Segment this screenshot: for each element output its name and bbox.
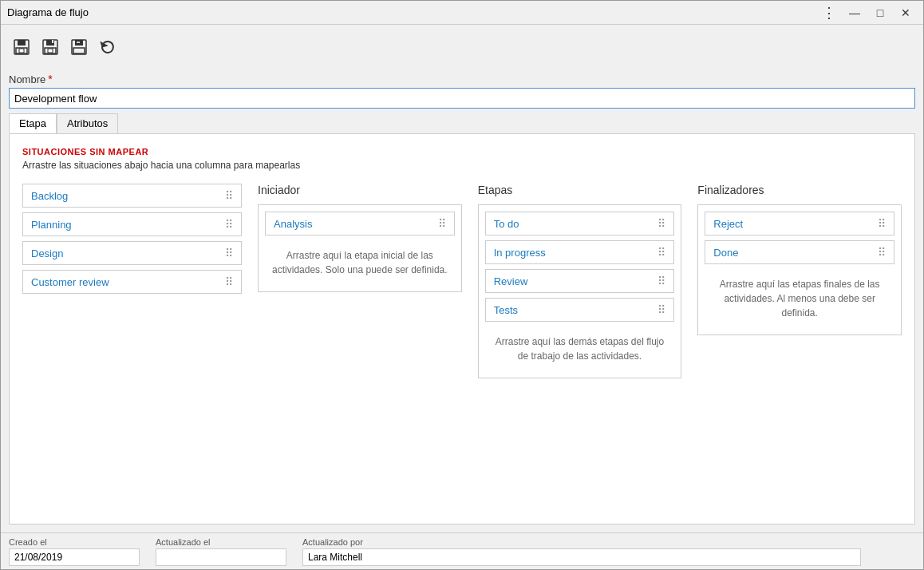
list-item[interactable]: To do ⠿ (485, 212, 675, 236)
list-item[interactable]: Design ⠿ (22, 241, 242, 265)
stage-label: Reject (713, 218, 743, 230)
columns-area: Backlog ⠿Planning ⠿Design ⠿Customer revi… (22, 184, 902, 378)
stages-header: Etapas (478, 184, 682, 196)
finalizers-drop-area[interactable]: Reject ⠿Done ⠿Arrastre aquí las etapas f… (697, 204, 902, 335)
stages-drop-hint: Arrastre aquí las demás etapas del flujo… (485, 327, 675, 371)
stage-label: To do (494, 218, 519, 230)
initiator-header: Iniciador (258, 184, 462, 196)
svg-rect-3 (19, 49, 24, 53)
nombre-input[interactable] (9, 88, 915, 109)
main-content: SITUACIONES SIN MAPEAR Arrastre las situ… (9, 133, 915, 524)
bottom-bar: Creado el Actualizado el Actualizado por (1, 532, 923, 569)
tab-atributos[interactable]: Atributos (57, 113, 118, 133)
menu-button[interactable]: ⋮ (818, 2, 840, 24)
svg-rect-1 (18, 40, 26, 46)
tab-bar: Etapa Atributos (1, 113, 923, 133)
save-button-1[interactable] (9, 34, 34, 60)
drag-handle-icon[interactable]: ⠿ (225, 275, 233, 288)
export-button[interactable] (66, 34, 92, 60)
list-item[interactable]: In progress ⠿ (485, 240, 675, 264)
unmapped-title: SITUACIONES SIN MAPEAR (22, 147, 902, 156)
drag-handle-icon[interactable]: ⠿ (657, 217, 665, 230)
finalizers-drop-hint: Arrastre aquí las etapas finales de las … (705, 269, 894, 328)
updated-field: Actualizado el (156, 537, 286, 566)
initiator-drop-hint: Arrastre aquí la etapa inicial de las ac… (265, 240, 455, 285)
stages-column: Etapas To do ⠿In progress ⠿Review ⠿Tests… (478, 184, 682, 378)
tab-etapa[interactable]: Etapa (9, 113, 57, 133)
list-item[interactable]: Reject ⠿ (705, 212, 894, 236)
finalizers-header: Finalizadores (697, 184, 902, 196)
drag-handle-icon[interactable]: ⠿ (878, 217, 886, 230)
drag-handle-icon[interactable]: ⠿ (225, 189, 233, 202)
initiator-drop-area[interactable]: Analysis ⠿Arrastre aquí la etapa inicial… (258, 204, 462, 292)
drag-handle-icon[interactable]: ⠿ (657, 303, 665, 316)
unmapped-items-list: Backlog ⠿Planning ⠿Design ⠿Customer revi… (22, 184, 242, 294)
drag-handle-icon[interactable]: ⠿ (657, 275, 665, 287)
updated-label: Actualizado el (156, 537, 286, 547)
initiator-column: Iniciador Analysis ⠿Arrastre aquí la eta… (258, 184, 462, 378)
stage-label: Planning (31, 219, 72, 231)
nombre-label: Nombre * (9, 73, 915, 85)
drag-handle-icon[interactable]: ⠿ (225, 218, 233, 231)
stage-label: Tests (494, 304, 518, 316)
unmapped-description: Arrastre las situaciones abajo hacia una… (22, 160, 902, 171)
svg-rect-7 (48, 49, 53, 53)
stage-label: In progress (494, 247, 546, 259)
maximize-button[interactable]: □ (869, 2, 891, 24)
close-button[interactable]: ✕ (894, 2, 917, 24)
unmapped-section: SITUACIONES SIN MAPEAR Arrastre las situ… (22, 147, 902, 171)
title-bar: Diagrama de flujo ⋮ — □ ✕ (1, 1, 923, 25)
stage-label: Backlog (31, 190, 68, 202)
nombre-section: Nombre * (1, 69, 923, 113)
drag-handle-icon[interactable]: ⠿ (878, 246, 886, 259)
stage-label: Analysis (274, 218, 312, 230)
stages-drop-area[interactable]: To do ⠿In progress ⠿Review ⠿Tests ⠿Arras… (478, 204, 682, 378)
updated-by-field: Actualizado por (302, 537, 861, 566)
updated-by-label: Actualizado por (302, 537, 861, 547)
window-title: Diagrama de flujo (7, 6, 818, 18)
drag-handle-icon[interactable]: ⠿ (438, 217, 446, 230)
save-button-2[interactable] (38, 34, 63, 60)
list-item[interactable]: Backlog ⠿ (22, 184, 242, 208)
required-indicator: * (48, 73, 52, 85)
stage-label: Done (713, 247, 738, 259)
refresh-button[interactable] (95, 34, 120, 60)
main-window: Diagrama de flujo ⋮ — □ ✕ (0, 0, 924, 570)
drag-handle-icon[interactable]: ⠿ (657, 246, 665, 259)
drag-handle-icon[interactable]: ⠿ (225, 247, 233, 259)
list-item[interactable]: Customer review ⠿ (22, 270, 242, 294)
unmapped-column: Backlog ⠿Planning ⠿Design ⠿Customer revi… (22, 184, 242, 378)
list-item[interactable]: Planning ⠿ (22, 212, 242, 236)
stage-label: Design (31, 247, 63, 259)
created-label: Creado el (9, 537, 140, 547)
list-item[interactable]: Analysis ⠿ (265, 212, 455, 236)
svg-rect-11 (73, 48, 85, 53)
stage-label: Customer review (31, 276, 109, 288)
window-controls: ⋮ — □ ✕ (818, 2, 917, 24)
list-item[interactable]: Tests ⠿ (485, 298, 675, 322)
list-item[interactable]: Done ⠿ (705, 240, 894, 264)
created-value (9, 548, 140, 566)
finalizers-column: Finalizadores Reject ⠿Done ⠿Arrastre aqu… (697, 184, 902, 378)
list-item[interactable]: Review ⠿ (485, 269, 675, 293)
updated-by-value (302, 548, 861, 566)
minimize-button[interactable]: — (843, 2, 866, 24)
stage-label: Review (494, 275, 528, 287)
updated-value (156, 548, 286, 566)
created-field: Creado el (9, 537, 140, 566)
toolbar (1, 25, 923, 69)
